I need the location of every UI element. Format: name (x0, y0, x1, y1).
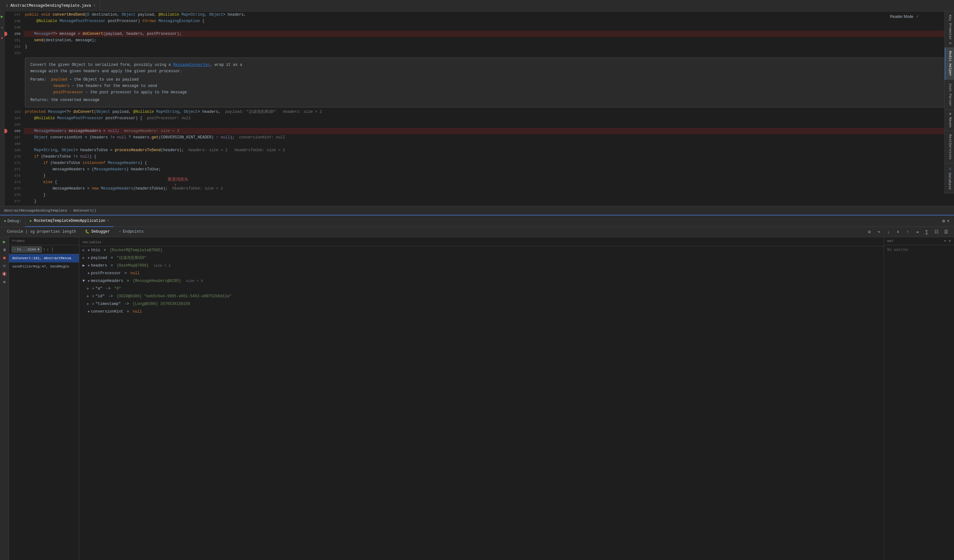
mute-btn[interactable]: 🔇 (2, 272, 7, 277)
watches-panel: Wat + » No watche (884, 237, 954, 560)
var-expand-headers-icon: ▶ (83, 263, 86, 269)
line-num-150: 150 (6, 31, 20, 37)
frame-item-0[interactable]: doConvert:181, AbstractMessa (9, 254, 79, 263)
step-out-btn[interactable]: ↑ (904, 228, 912, 236)
var-expand-ch-icon (83, 309, 86, 314)
debugger-tab[interactable]: 🐛 Debugger (81, 226, 114, 238)
line-num-153: 153 (6, 50, 20, 56)
stop-btn[interactable]: ⏹ (3, 256, 6, 260)
step-over-btn[interactable]: ↷ (875, 228, 883, 236)
editor-tab-active[interactable]: J AbstractMessageSendingTemplate.java × (1, 0, 100, 11)
code-line-147: 147 public void convertAndSend(D destina… (23, 11, 954, 18)
var-conversionhint[interactable]: ● conversionHint = null (79, 308, 884, 316)
line-num-372: 372 (6, 166, 20, 173)
reader-mode-button[interactable]: Reader Mode (890, 14, 913, 19)
filter-up-icon[interactable]: ↑ (43, 247, 45, 252)
line-num-375: 375 (6, 185, 20, 192)
red-annotation: 塞进消息头 ↑ (168, 176, 188, 183)
close-debug-icon[interactable]: × (947, 219, 949, 224)
breadcrumb-class[interactable]: AbstractMessageSendingTemplate (4, 209, 67, 213)
thread-filter[interactable]: ✓ ht...NING ▼ (11, 246, 42, 252)
show-execution-point-btn[interactable]: ⊙ (865, 228, 873, 236)
line-num-169: 169 (6, 147, 20, 153)
tab-close-icon[interactable]: × (94, 4, 96, 7)
var-type-payload: ● (87, 255, 90, 261)
param-postprocessor: postProcessor (53, 90, 83, 95)
var-mh-timestamp[interactable]: ▶ ≡ "timestamp" -> {Long@8308} 167653815… (79, 300, 884, 308)
filter-dropdown-icon[interactable]: ▼ (37, 248, 40, 252)
watches-content: No watche (884, 245, 954, 255)
line-num-147: 147 (6, 11, 20, 18)
code-line-151: 151 send(destination, message); (23, 37, 954, 44)
filter-options-icon[interactable]: ⋮ (50, 247, 55, 252)
tab-label: AbstractMessageSendingTemplate.java (11, 3, 91, 8)
line-num-151: 151 (6, 37, 20, 44)
plugin-redis-helper[interactable]: Redis Helper (945, 48, 954, 79)
breadcrumb-method[interactable]: doConvert() (73, 209, 97, 213)
code-line-375: 375 messageHeaders = new MessageHeaders(… (23, 185, 954, 192)
more-settings-btn[interactable]: ⚙ (3, 280, 5, 285)
variables-panel: Variables ▶ ● this = {RocketMQTemplate@7… (79, 237, 884, 560)
param-headers: headers (53, 84, 69, 88)
var-expand-mh-icon: ▼ (83, 278, 86, 284)
settings-icon[interactable]: ⚙ (942, 218, 945, 224)
left-gutter: ▶ ↷ ● (0, 11, 5, 206)
line-num-376: 376 (6, 192, 20, 198)
resume-btn[interactable]: ▶ (3, 239, 5, 244)
plugin-maven[interactable]: m Maven (945, 110, 954, 131)
plugin-rest-services[interactable]: RestServices (945, 131, 954, 163)
debug-app-tab[interactable]: ▶ RocketmqTemplateDemoApplication × (25, 215, 114, 227)
frames-list: doConvert:181, AbstractMessa sendFilterM… (9, 254, 79, 560)
view-breakpoints-btn[interactable]: ⊡ (3, 264, 5, 269)
code-line-152: 152 } (23, 44, 954, 50)
frames-header: Frames (9, 237, 79, 245)
line-num-163: 163 (6, 109, 20, 115)
line-num-378: 378 (6, 205, 20, 206)
plugin-key-promoter[interactable]: Key Promoter X (945, 11, 954, 48)
line-num-165: 165 (6, 121, 20, 128)
frames-toolbar: ✓ ht...NING ▼ ↑ ↓ ⋮ (9, 245, 79, 254)
evaluate-expr-btn[interactable]: ∑ (923, 228, 931, 236)
plugin-database[interactable]: ◫ Database (945, 163, 954, 193)
var-postprocessor[interactable]: ● postProcessor = null (79, 269, 884, 277)
var-headers[interactable]: ▶ ● headers = {HashMap@7088} size = 1 (79, 262, 884, 269)
line-num-152: 152 (6, 44, 20, 50)
pause-btn[interactable]: ⏸ (3, 248, 6, 252)
code-line-169: 169 Map<String, Object> headersToUse = p… (23, 147, 954, 153)
endpoints-tab[interactable]: ⚡ Endpoints (114, 226, 148, 238)
var-mh-id[interactable]: ▶ ≡ "id" -> {UUID@8306} "eeb5c6a4-9995-e… (79, 292, 884, 300)
var-type-pp: ● (87, 271, 90, 276)
var-payload[interactable]: ▶ ● payload = "过滤消息测试0" (79, 254, 884, 262)
force-step-into-btn[interactable]: ⬇ (894, 228, 902, 236)
var-messageheaders[interactable]: ▼ ● messageHeaders = {MessageHeaders@829… (79, 277, 884, 285)
frames-panel: Frames ✓ ht...NING ▼ ↑ ↓ ⋮ doConvert:181… (9, 237, 79, 560)
breakpoint-icon[interactable]: ● (1, 36, 3, 40)
var-this[interactable]: ▶ ● this = {RocketMQTemplate@7085} (79, 246, 884, 254)
console-tab[interactable]: Console | sg properties length (3, 226, 81, 238)
add-watch-btn[interactable]: + (944, 239, 946, 243)
run-debug-icon[interactable]: ▶ (1, 14, 3, 19)
filter-down-icon[interactable]: ↓ (47, 247, 49, 252)
breadcrumb-separator: › (69, 209, 71, 213)
code-line-150: 150 Message<?> message = doConvert(paylo… (23, 31, 954, 37)
plugin-json-parser[interactable]: Json Parser (945, 80, 954, 110)
var-expand-id-icon: ▶ (87, 293, 91, 299)
expand-watches-icon[interactable]: » (949, 239, 951, 243)
code-line-378: 378 (23, 205, 954, 206)
watches-header: Wat + » (884, 237, 954, 245)
debugger-icon: 🐛 (85, 230, 89, 234)
breadcrumb-bar: AbstractMessageSendingTemplate › doConve… (0, 206, 954, 215)
run-to-cursor-btn[interactable]: ⇥ (913, 228, 921, 236)
javadoc-popup: Convert the given Object to serialized f… (25, 58, 954, 107)
step-into-btn[interactable]: ↓ (884, 228, 893, 236)
step-over-icon[interactable]: ↷ (1, 26, 3, 30)
var-mh-a[interactable]: ▶ ≡ "a" -> "0" (79, 285, 884, 292)
app-tab-close[interactable]: × (107, 219, 109, 222)
var-expand-payload-icon: ▶ (83, 255, 86, 261)
line-num-171: 171 (6, 160, 20, 166)
check-icon: ✓ (917, 14, 919, 19)
trace-current-btn[interactable]: ☷ (932, 228, 941, 236)
code-line-148: 148 @Nullable MessagePostProcessor postP… (23, 18, 954, 24)
frame-item-1[interactable]: sendFilterMsg:47, SendMsgCo (9, 263, 79, 271)
settings-debugger-btn[interactable]: ☰ (942, 228, 950, 236)
